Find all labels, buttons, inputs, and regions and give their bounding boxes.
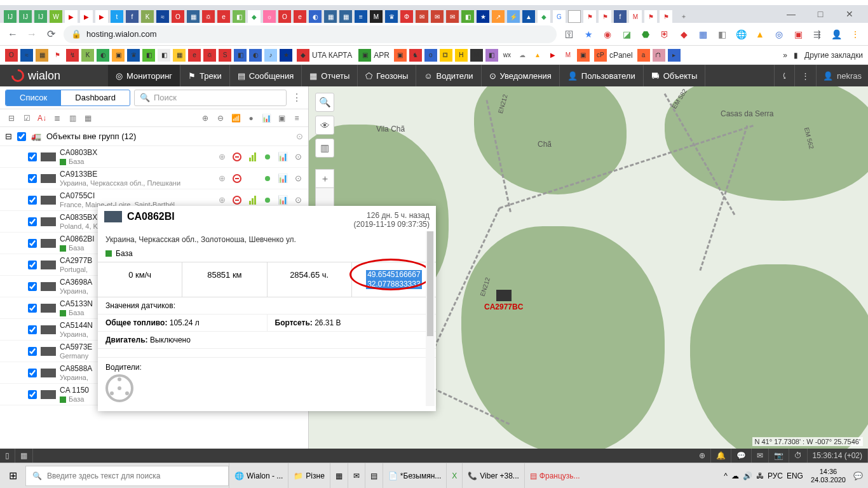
ext-icon[interactable]: ▦ <box>696 28 709 41</box>
browser-tab[interactable]: f <box>614 10 627 23</box>
bookmark[interactable]: ⛫ <box>653 49 665 62</box>
bookmark[interactable]: ▣ <box>394 49 407 62</box>
bookmark[interactable]: cPcPanel <box>592 49 635 62</box>
bookmark[interactable]: ▣APR <box>356 49 391 62</box>
browser-tab[interactable]: G <box>553 10 566 23</box>
ext-icon[interactable]: ◪ <box>620 28 633 41</box>
task-pdf[interactable]: ▤ Французь... <box>524 463 585 489</box>
browser-tab[interactable]: e <box>294 10 306 23</box>
menu-messages[interactable]: ▤Сообщения <box>230 65 302 86</box>
browser-tab[interactable]: ◧ <box>461 10 474 23</box>
chart-icon[interactable]: 📊 <box>260 112 273 125</box>
cursor-button[interactable]: ⤹ <box>774 65 794 86</box>
status-icon[interactable]: ⏱ <box>789 449 808 463</box>
browser-tab[interactable]: ▦ <box>339 10 352 23</box>
list-icon[interactable]: ≡ <box>290 112 303 125</box>
map-unit-marker[interactable]: CA2977BC <box>484 290 523 311</box>
bookmark[interactable]: e <box>188 49 201 62</box>
task-chrome[interactable]: 🌐 Wialon - ... <box>229 463 288 489</box>
menu-units[interactable]: ⛟Объекты <box>644 65 706 86</box>
window-maximize[interactable]: □ <box>806 5 835 23</box>
browser-tab[interactable]: W <box>50 10 62 23</box>
ext-icon[interactable]: ⬣ <box>639 28 652 41</box>
browser-tab[interactable]: M <box>370 10 383 23</box>
bookmark[interactable]: ☁ <box>516 49 529 62</box>
group-checkbox[interactable] <box>17 132 26 141</box>
tray-notifications-icon[interactable]: 💬 <box>853 471 863 480</box>
menu-notifications[interactable]: ⊙Уведомления <box>482 65 560 86</box>
chart-icon[interactable]: 📊 <box>278 195 288 205</box>
locate-icon[interactable]: ⊕ <box>217 173 227 184</box>
filter-icon[interactable]: ≣ <box>51 112 64 125</box>
browser-tab[interactable]: e <box>217 10 230 23</box>
stop-icon[interactable]: ⊖ <box>214 112 227 125</box>
locate-icon[interactable]: ⊕ <box>217 152 227 162</box>
ext-icon[interactable]: ⛨ <box>658 28 671 41</box>
row-menu[interactable]: ⊙ <box>293 173 303 184</box>
browser-tab[interactable]: t <box>111 10 123 23</box>
dot-icon[interactable]: ● <box>245 112 257 125</box>
signal-icon[interactable]: 📶 <box>229 112 242 125</box>
browser-tab[interactable]: ◧ <box>233 10 245 23</box>
browser-tab[interactable]: ⚑ <box>660 10 672 23</box>
status-icon[interactable]: 📷 <box>769 449 789 463</box>
row-menu[interactable]: ⊙ <box>293 152 303 162</box>
key-icon[interactable]: ⚿ <box>563 28 576 41</box>
locate-icon[interactable]: ⊕ <box>217 195 227 205</box>
sort-icon[interactable]: A↓ <box>36 112 48 125</box>
browser-tab[interactable]: ✉ <box>431 10 444 23</box>
browser-tab[interactable]: ◐ <box>309 10 322 23</box>
grid-button[interactable]: ▦ <box>15 449 33 463</box>
bookmark[interactable]: ♞ <box>409 49 422 62</box>
bookmark[interactable]: ▣ <box>112 49 125 62</box>
bookmark[interactable]: wx <box>501 49 513 62</box>
menu-geofences[interactable]: ⬠Геозоны <box>358 65 416 86</box>
browser-tab[interactable]: ≈ <box>156 10 169 23</box>
browser-tab[interactable]: ≡ <box>355 10 367 23</box>
ext-icon[interactable]: ▲ <box>754 28 766 41</box>
browser-tab[interactable]: O <box>278 10 291 23</box>
task-mail[interactable]: ✉ <box>348 463 365 489</box>
bookmark[interactable]: ⛭ <box>203 49 216 62</box>
browser-tab[interactable]: K <box>141 10 154 23</box>
nav-reload[interactable]: ⟳ <box>44 28 57 40</box>
menu-reports[interactable]: ▦Отчеты <box>302 65 358 86</box>
status-icon[interactable]: ⊕ <box>694 449 711 463</box>
bookmark[interactable]: o <box>424 49 437 62</box>
chart-icon[interactable]: 📊 <box>278 152 288 162</box>
browser-tab[interactable]: f <box>126 10 139 23</box>
browser-tab[interactable]: IJ <box>34 10 47 23</box>
unit-checkbox[interactable] <box>28 325 37 334</box>
bookmark[interactable]: ♛ <box>127 49 140 62</box>
bookmark[interactable]: ▶ <box>546 49 559 62</box>
nav-back[interactable]: ← <box>6 29 19 40</box>
tab-dashboard[interactable]: Dashboard <box>61 90 130 105</box>
browser-tab[interactable]: ▲ <box>522 10 535 23</box>
browser-tab[interactable]: ◆ <box>538 10 550 23</box>
layout-icon[interactable]: ▣ <box>275 112 288 125</box>
bookmark[interactable]: H <box>455 49 468 62</box>
ext-icon[interactable]: ▣ <box>792 28 804 41</box>
popup-scrollbar[interactable] <box>426 231 435 406</box>
bookmark[interactable]: ▦ <box>36 49 48 62</box>
profile-icon[interactable]: 👤 <box>830 28 843 41</box>
row-menu[interactable]: ⊙ <box>293 195 303 205</box>
unit-checkbox[interactable] <box>28 174 37 183</box>
bookmark[interactable]: a <box>637 49 650 62</box>
unit-checkbox[interactable] <box>28 282 37 291</box>
unit-checkbox[interactable] <box>28 239 37 248</box>
locate-icon[interactable]: ⊕ <box>199 112 212 125</box>
tray-volume-icon[interactable]: 🔊 <box>743 471 752 480</box>
browser-tab[interactable]: ▶ <box>95 10 108 23</box>
tray-expand[interactable]: ^ <box>724 471 728 480</box>
unit-row[interactable]: CA0803BXБаза⊕📊⊙ <box>0 146 308 168</box>
group-header[interactable]: ⊟ 🚛 Объекты вне групп (12) ⊙ <box>0 127 308 146</box>
panel-menu[interactable]: ⋮ <box>290 92 303 104</box>
bookmark[interactable]: ◐ <box>97 49 109 62</box>
bookmark[interactable]: ⚑ <box>51 49 64 62</box>
bookmark[interactable]: M <box>470 49 483 62</box>
status-icon[interactable]: ✉ <box>752 449 769 463</box>
tray-lang[interactable]: РУС <box>768 471 783 480</box>
browser-tab[interactable]: ▶ <box>80 10 93 23</box>
task-folder[interactable]: 📁 Різне <box>288 463 329 489</box>
